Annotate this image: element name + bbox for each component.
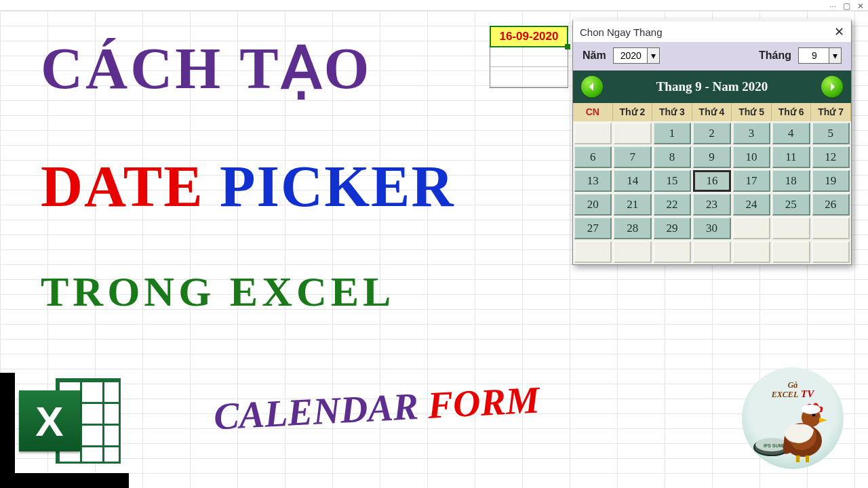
day-25[interactable]: 25 <box>772 194 810 216</box>
svg-rect-10 <box>804 405 818 411</box>
dow-1: Thứ 2 <box>613 103 653 121</box>
day-blank <box>693 241 730 263</box>
dow-2: Thứ 3 <box>652 103 692 121</box>
day-23[interactable]: 23 <box>693 194 730 216</box>
window-topbar: ··· ▢ ✕ <box>0 0 868 11</box>
day-24[interactable]: 24 <box>733 194 770 216</box>
chicken-icon <box>772 397 831 464</box>
empty-cell-2[interactable] <box>490 67 568 87</box>
day-2[interactable]: 2 <box>693 123 730 144</box>
day-8[interactable]: 8 <box>654 146 691 168</box>
day-20[interactable]: 20 <box>574 194 612 216</box>
day-26[interactable]: 26 <box>812 194 850 216</box>
day-blank <box>733 241 770 263</box>
dow-4: Thứ 5 <box>732 103 772 121</box>
day-28[interactable]: 28 <box>614 218 651 239</box>
form-title: Chon Ngay Thang <box>580 26 662 38</box>
year-value: 2020 <box>614 50 647 61</box>
day-3[interactable]: 3 <box>733 123 770 144</box>
dow-5: Thứ 6 <box>772 103 812 121</box>
month-label: Tháng <box>759 49 791 62</box>
calendar-days-grid: 1234567891011121314151617181920212223242… <box>574 123 850 263</box>
headline-line2-word2: PICKER <box>220 154 454 219</box>
svg-marker-7 <box>819 418 827 423</box>
day-5[interactable]: 5 <box>812 123 850 144</box>
day-6[interactable]: 6 <box>574 146 612 168</box>
month-value: 9 <box>799 50 829 61</box>
day-1[interactable]: 1 <box>654 123 691 144</box>
next-month-button[interactable] <box>821 76 843 98</box>
selected-date-cell[interactable]: 16-09-2020 <box>490 26 568 47</box>
headline-line4-word2: FORM <box>427 378 540 426</box>
day-16[interactable]: 16 <box>693 170 730 192</box>
window-menu-dots[interactable]: ··· <box>829 1 836 11</box>
arrow-right-icon <box>827 81 837 92</box>
close-icon[interactable]: ✕ <box>834 24 844 39</box>
year-month-bar: Năm 2020 ▾ Tháng 9 ▾ <box>573 42 851 70</box>
headline-line2: DATE PICKER <box>41 152 455 220</box>
year-label: Năm <box>583 49 606 62</box>
day-22[interactable]: 22 <box>654 194 691 216</box>
dow-6: Thứ 7 <box>811 103 851 121</box>
window-close-icon[interactable]: ✕ <box>857 1 864 11</box>
day-blank <box>614 241 651 263</box>
day-30[interactable]: 30 <box>693 218 730 239</box>
channel-label: Gà EXCEL TV <box>772 381 814 399</box>
headline-line1: CÁCH TẠO <box>41 34 372 102</box>
month-caption: Thang 9 - Nam 2020 <box>608 79 816 94</box>
year-combo[interactable]: 2020 ▾ <box>613 47 660 64</box>
day-blank <box>654 241 691 263</box>
date-picker-form: Chon Ngay Thang ✕ Năm 2020 ▾ Tháng 9 ▾ T… <box>572 19 852 265</box>
day-17[interactable]: 17 <box>733 170 770 192</box>
day-21[interactable]: 21 <box>614 194 651 216</box>
day-of-week-header: CNThứ 2Thứ 3Thứ 4Thứ 5Thứ 6Thứ 7 <box>573 103 851 121</box>
svg-rect-11 <box>796 455 800 462</box>
day-4[interactable]: 4 <box>772 123 810 144</box>
day-29[interactable]: 29 <box>654 218 691 239</box>
day-7[interactable]: 7 <box>614 146 651 168</box>
day-14[interactable]: 14 <box>614 170 651 192</box>
excel-logo: X <box>19 374 121 469</box>
day-15[interactable]: 15 <box>654 170 691 192</box>
headline-line2-word1: DATE <box>41 154 220 219</box>
prev-month-button[interactable] <box>581 76 603 98</box>
dow-3: Thứ 4 <box>692 103 732 121</box>
excel-logo-badge: X <box>19 390 80 451</box>
window-restore-icon[interactable]: ▢ <box>843 1 850 11</box>
svg-rect-12 <box>806 455 809 462</box>
chevron-down-icon[interactable]: ▾ <box>647 48 659 63</box>
target-cell-range[interactable]: 16-09-2020 <box>490 26 568 88</box>
day-12[interactable]: 12 <box>812 146 850 168</box>
form-titlebar[interactable]: Chon Ngay Thang ✕ <box>573 22 851 42</box>
day-blank <box>733 218 770 239</box>
day-11[interactable]: 11 <box>772 146 810 168</box>
day-27[interactable]: 27 <box>574 218 612 239</box>
chevron-down-icon[interactable]: ▾ <box>829 48 841 63</box>
black-bar-bottom <box>0 473 129 488</box>
day-18[interactable]: 18 <box>772 170 810 192</box>
black-bar-left <box>0 373 15 488</box>
fill-handle[interactable] <box>565 44 570 49</box>
day-blank <box>772 241 810 263</box>
day-blank <box>574 241 612 263</box>
day-blank <box>772 218 810 239</box>
headline-line3: TRONG EXCEL <box>41 268 395 316</box>
month-nav-bar: Thang 9 - Nam 2020 <box>573 70 851 103</box>
arrow-left-icon <box>587 81 597 92</box>
day-9[interactable]: 9 <box>693 146 730 168</box>
channel-badge: Gà EXCEL TV IFS SUM <box>742 367 844 469</box>
day-blank <box>574 123 612 144</box>
empty-cell-1[interactable] <box>490 47 568 67</box>
day-10[interactable]: 10 <box>733 146 770 168</box>
day-13[interactable]: 13 <box>574 170 612 192</box>
month-combo[interactable]: 9 ▾ <box>798 47 842 64</box>
day-blank <box>812 241 850 263</box>
day-19[interactable]: 19 <box>812 170 850 192</box>
dow-0: CN <box>573 103 613 121</box>
day-blank <box>812 218 850 239</box>
day-blank <box>614 123 651 144</box>
